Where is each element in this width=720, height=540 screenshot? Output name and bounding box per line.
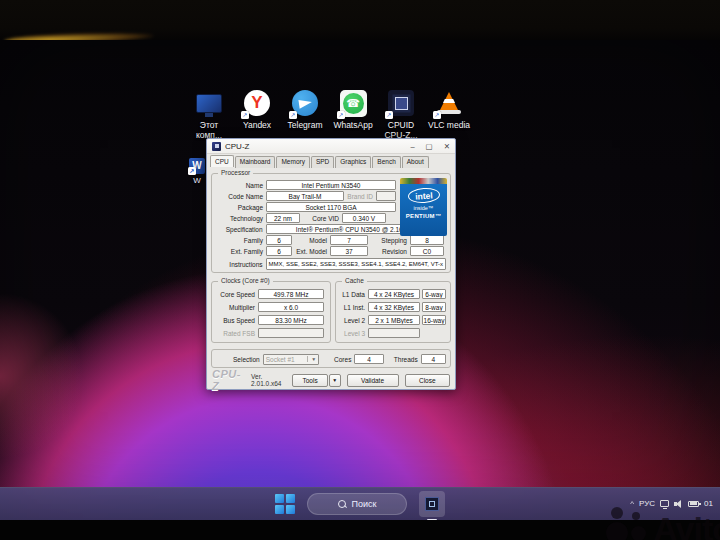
shortcut-arrow-icon: ↗ (289, 111, 297, 119)
family-label: Family (216, 237, 266, 244)
cpuz-logo: CPU-Z (212, 368, 246, 392)
model-field: 7 (330, 235, 368, 245)
selection-label: Selection (216, 356, 263, 363)
whatsapp-icon: ☎ ↗ (338, 88, 368, 118)
groupbox-title: Clocks (Core #0) (218, 277, 273, 284)
stepping-label: Stepping (368, 237, 410, 244)
desktop-icon-telegram[interactable]: ↗ Telegram (281, 88, 329, 140)
desktop-icon-yandex[interactable]: Y ↗ Yandex (233, 88, 281, 140)
maximize-icon[interactable]: ▢ (426, 142, 433, 151)
cpuz-taskbar-icon (425, 497, 439, 511)
tab-memory[interactable]: Memory (276, 156, 309, 168)
core-vid-field: 0.340 V (342, 213, 386, 223)
tools-dropdown-icon[interactable]: ▼ (329, 374, 340, 387)
tab-graphics[interactable]: Graphics (335, 156, 371, 168)
package-field: Socket 1170 BGA (266, 202, 396, 212)
core-speed-label: Core Speed (216, 291, 258, 298)
tab-about[interactable]: About (402, 156, 429, 168)
photo-stage: Этот комп... Y ↗ Yandex ↗ Telegram ☎ (0, 0, 720, 540)
multiplier-field: x 6.0 (258, 302, 324, 312)
instructions-field: MMX, SSE, SSE2, SSE3, SSSE3, SSE4.1, SSE… (266, 258, 446, 270)
shortcut-arrow-icon: ↗ (337, 111, 345, 119)
taskbar-search[interactable]: Поиск (307, 493, 407, 515)
cpuz-window: CPU-Z – ▢ ✕ CPU Mainboard Memory SPD Gra… (206, 138, 456, 390)
icon-label: Этот (200, 120, 218, 130)
avito-watermark-text: Avito (653, 512, 720, 540)
yandex-icon: Y ↗ (242, 88, 272, 118)
icon-label: Telegram (288, 120, 323, 130)
desktop-wallpaper: Этот комп... Y ↗ Yandex ↗ Telegram ☎ (0, 40, 720, 520)
l1-inst-field: 4 x 32 KBytes (368, 302, 420, 312)
brand-id-label: Brand ID (344, 193, 376, 200)
cache-groupbox: Cache L1 Data 4 x 24 KBytes 6-way L1 Ins… (335, 281, 451, 343)
validate-button[interactable]: Validate (347, 374, 399, 387)
minimize-icon[interactable]: – (410, 142, 414, 151)
photo-background-top (0, 0, 720, 40)
icon-label: W (193, 176, 201, 185)
close-icon[interactable]: ✕ (444, 142, 450, 151)
level3-field (368, 328, 420, 338)
shortcut-arrow-icon: ↗ (241, 111, 249, 119)
close-button[interactable]: Close (405, 374, 450, 387)
icon-label: CPUID (388, 120, 414, 130)
core-speed-field: 499.78 MHz (258, 289, 324, 299)
revision-label: Revision (368, 248, 410, 255)
shortcut-arrow-icon: ↗ (385, 111, 393, 119)
groupbox-title: Cache (342, 277, 367, 284)
l1-inst-label: L1 Inst. (340, 304, 368, 311)
shortcut-arrow-icon: ↗ (433, 111, 441, 119)
revision-field: C0 (410, 246, 444, 256)
instructions-label: Instructions (216, 261, 266, 268)
desktop-icon-whatsapp[interactable]: ☎ ↗ WhatsApp (329, 88, 377, 140)
version-text: Ver. 2.01.0.x64 (251, 373, 292, 387)
core-vid-label: Core VID (300, 215, 342, 222)
avito-logo-icon (606, 504, 650, 540)
technology-field: 22 nm (266, 213, 300, 223)
desktop-icon-vlc[interactable]: ↗ VLC media (425, 88, 473, 140)
taskbar-cpuz-button[interactable] (419, 491, 445, 517)
tab-mainboard[interactable]: Mainboard (235, 156, 276, 168)
cpuz-app-icon: ↗ (386, 88, 416, 118)
desktop-icon-this-pc[interactable]: Этот комп... (185, 88, 233, 140)
cores-label: Cores (319, 356, 354, 363)
rated-fsb-field (258, 328, 324, 338)
bus-speed-label: Bus Speed (216, 317, 258, 324)
processor-groupbox: Processor Name Intel Pentium N3540 Code … (211, 173, 451, 273)
model-label: Model (292, 237, 330, 244)
shortcut-arrow-icon: ↗ (188, 167, 196, 175)
window-title: CPU-Z (225, 142, 249, 151)
icon-label: WhatsApp (333, 120, 372, 130)
desktop-icon-word[interactable]: W ↗ W (186, 158, 208, 185)
bus-speed-field: 83.30 MHz (258, 315, 324, 325)
tab-cpu[interactable]: CPU (210, 155, 234, 167)
socket-selection-dropdown[interactable]: Socket #1 ▼ (263, 354, 320, 365)
l1-data-assoc-field: 6-way (422, 289, 446, 299)
start-button[interactable] (275, 494, 295, 514)
chevron-down-icon: ▼ (307, 356, 316, 362)
tab-strip: CPU Mainboard Memory SPD Graphics Bench … (210, 156, 452, 168)
tab-bench[interactable]: Bench (372, 156, 400, 168)
tab-spd[interactable]: SPD (311, 156, 334, 168)
icon-label: VLC media (428, 120, 470, 130)
clocks-groupbox: Clocks (Core #0) Core Speed 499.78 MHz M… (211, 281, 331, 343)
level3-label: Level 3 (340, 330, 368, 337)
icon-label: Yandex (243, 120, 271, 130)
code-name-label: Code Name (216, 193, 266, 200)
brand-id-field (376, 191, 396, 201)
tools-button[interactable]: Tools (292, 374, 328, 387)
desktop-icon-cpuid[interactable]: ↗ CPUID CPU-Z... (377, 88, 425, 140)
ext-model-field: 37 (330, 246, 368, 256)
level2-label: Level 2 (340, 317, 368, 324)
family-field: 6 (266, 235, 292, 245)
telegram-icon: ↗ (290, 88, 320, 118)
package-label: Package (216, 204, 266, 211)
ext-family-label: Ext. Family (216, 248, 266, 255)
window-titlebar[interactable]: CPU-Z – ▢ ✕ (207, 139, 455, 154)
technology-label: Technology (216, 215, 266, 222)
desktop-icon-row: Этот комп... Y ↗ Yandex ↗ Telegram ☎ (185, 88, 473, 140)
vlc-icon: ↗ (434, 88, 464, 118)
l1-data-field: 4 x 24 KBytes (368, 289, 420, 299)
multiplier-label: Multiplier (216, 304, 258, 311)
avito-watermark: Avito (606, 504, 720, 540)
selection-groupbox: Selection Socket #1 ▼ Cores 4 Threads 4 (211, 349, 451, 368)
